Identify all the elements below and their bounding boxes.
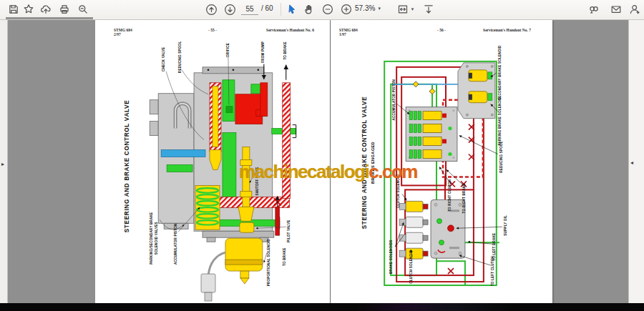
main-control-manifold <box>406 107 457 162</box>
chevron-down-icon: ▼ <box>377 6 381 11</box>
label-supply-oil: SUPPLY OIL <box>504 215 507 236</box>
label-orifice: ORIFICE <box>226 43 230 57</box>
label-accumulator-piston: ACCUMULATOR PISTON <box>174 223 177 265</box>
label-from-pump: FROM PUMP <box>261 41 265 63</box>
left-panel-toggle[interactable]: ▸ <box>1 162 4 167</box>
email-button[interactable] <box>608 2 624 16</box>
label-secondary-brake-solenoid: SECONDARY BRAKE SOLENOID <box>498 45 502 100</box>
diagram-title: STEERING AND BRAKE CONTROL VALVE <box>124 100 130 233</box>
save-button[interactable] <box>6 2 21 16</box>
label-parking-brake-solenoid: PARKING BRAKE SOLENOID <box>498 97 502 145</box>
watermark-text-gold: machinecatalogi <box>239 161 369 182</box>
account-button[interactable] <box>627 2 643 16</box>
label-reducing-spool: REDUCING SPOOL <box>499 141 503 173</box>
taskbar <box>0 303 644 311</box>
toolbar-progress-strip <box>6 17 93 19</box>
favorites-star-button[interactable] <box>21 2 36 16</box>
park-secondary-solenoid-assembly <box>458 63 495 119</box>
zoom-out-button[interactable] <box>320 2 336 16</box>
toolbar-separator <box>280 3 281 16</box>
chevron-down-icon: ▼ <box>411 7 415 11</box>
scroll-mode-button[interactable] <box>421 2 436 16</box>
label-pilot-valve: PILOT VALVE <box>287 219 291 242</box>
label-check-valve: CHECK VALVE <box>162 47 165 71</box>
page-number-input[interactable] <box>241 3 258 15</box>
print-button[interactable] <box>57 2 72 16</box>
label-to-right-clutch: TO RIGHT CLUTCH <box>448 179 452 212</box>
label-to-brake-bottom: TO BRAKE <box>283 247 286 265</box>
next-page-button[interactable] <box>222 2 238 16</box>
right-panel-rail: ◂ <box>628 19 644 303</box>
toolbar: / 60 57.3% ▼ ▼ <box>0 0 644 20</box>
label-accumulator-piston: ACCUMULATOR PISTON <box>392 79 396 121</box>
previous-page-button[interactable] <box>203 2 219 16</box>
zoom-in-button[interactable] <box>338 2 354 16</box>
left-panel-rail: ▸ <box>0 19 8 303</box>
zoom-level-dropdown[interactable]: 57.3% ▼ <box>355 4 381 12</box>
label-to-brake-top: TO BRAKE <box>283 41 287 59</box>
label-clutch-solenoid-bottom: CLUTCH SOLENOID <box>409 250 413 283</box>
solenoid-connector <box>201 252 225 301</box>
zoom-level-value: 57.3% <box>355 4 375 12</box>
page-count-label: / 60 <box>261 4 273 12</box>
label-solenoid-valves: SOLENOID VALVES <box>155 222 158 255</box>
upload-share-button[interactable] <box>38 2 54 16</box>
pdf-viewer-window: / 60 57.3% ▼ ▼ ▸ <box>0 0 644 311</box>
hand-tool-button[interactable] <box>301 2 317 16</box>
label-to-left-clutch: TO LEFT CLUTCH <box>491 256 494 286</box>
label-parking-secondary: PARKING/SECONDARY BRAKE <box>150 212 153 265</box>
document-viewer: ▸ ◂ STMG 684 2/97 - 55 - Serviceman's Ha… <box>0 19 644 303</box>
link-button[interactable] <box>586 2 602 16</box>
select-tool-button[interactable] <box>284 2 300 16</box>
label-proportional-solenoid: PROPORTIONAL SOLENOID <box>267 239 270 287</box>
fit-width-button[interactable]: ▼ <box>395 2 416 16</box>
label-to-right-brake: TO RIGHT BRAKE <box>462 183 466 213</box>
watermark-text-orange: c.com <box>369 161 417 182</box>
label-reducing-spool: REDUCING SPOOL <box>178 41 182 74</box>
find-button[interactable] <box>75 2 91 16</box>
right-panel-toggle[interactable]: ◂ <box>630 160 633 166</box>
label-brake-solenoids: BRAKE SOLENOIDS <box>389 240 393 274</box>
pilot-blue-passage <box>161 150 205 157</box>
site-watermark: machinecatalogic.com <box>239 161 417 183</box>
clutch-brake-solenoids <box>399 201 428 259</box>
